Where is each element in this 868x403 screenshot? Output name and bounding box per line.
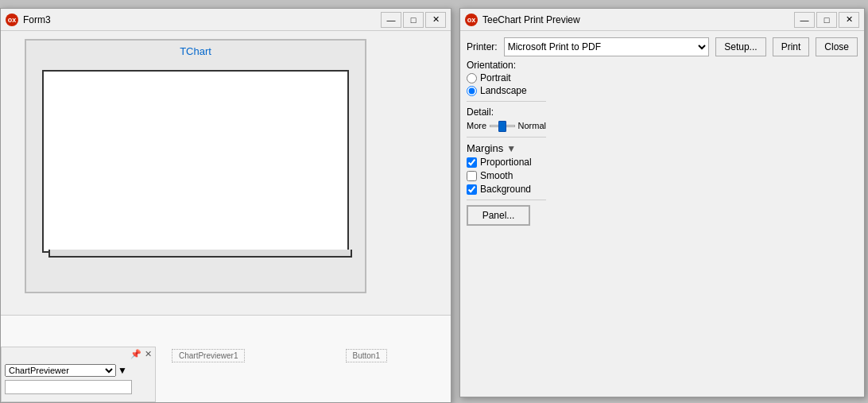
margins-expand-icon[interactable]: ▼ [506, 143, 516, 154]
orientation-section: Orientation: Portrait Landscape [467, 60, 546, 96]
detail-section: Detail: More Normal [467, 107, 546, 132]
landscape-label: Landscape [480, 85, 527, 96]
margins-title: Margins [467, 142, 503, 154]
background-row: Background [467, 184, 546, 195]
tchart-container: TChart [25, 39, 366, 293]
form3-minimize-btn[interactable]: — [381, 12, 401, 28]
form3-titlebar: ox Form3 — □ ✕ [1, 9, 451, 31]
margins-header: Margins ▼ [467, 142, 546, 154]
preview-title: TeeChart Print Preview [482, 14, 580, 25]
proportional-checkbox[interactable] [467, 157, 477, 168]
smooth-row: Smooth [467, 170, 546, 181]
preview-window: ox TeeChart Print Preview — □ ✕ Printer:… [459, 8, 865, 397]
pin-icon[interactable]: 📌 [130, 349, 141, 359]
landscape-radio[interactable] [467, 86, 477, 96]
form3-body: TChart Button1 ChartPreviewer1 Button1 📌… [1, 31, 451, 402]
detail-slider-thumb[interactable] [498, 121, 506, 132]
detail-row: More Normal [467, 119, 546, 132]
detail-slider[interactable] [490, 119, 514, 132]
left-panel-input[interactable] [5, 380, 132, 394]
form3-title: Form3 [23, 14, 51, 25]
chart-previewer-strip-label: ChartPreviewer1 [172, 349, 245, 362]
printer-label: Printer: [467, 41, 498, 52]
setup-button[interactable]: Setup... [715, 37, 765, 56]
margins-section: Margins ▼ Proportional Smooth Background [467, 142, 546, 195]
preview-body: Printer: Microsoft Print to PDF Setup...… [460, 31, 864, 397]
divider3 [467, 200, 546, 200]
titlebar-left: ox Form3 [6, 14, 51, 26]
landscape-row: Landscape [467, 85, 546, 96]
portrait-label: Portrait [480, 72, 511, 83]
proportional-label: Proportional [480, 157, 532, 168]
form3-window: ox Form3 — □ ✕ TChart Button1 ChartPrevi… [0, 8, 451, 403]
preview-content-row: Orientation: Portrait Landscape Detail: [467, 60, 858, 390]
background-label: Background [480, 184, 531, 195]
form3-titlebar-controls: — □ ✕ [381, 12, 446, 28]
printer-row: Printer: Microsoft Print to PDF Setup...… [467, 37, 858, 56]
form3-app-icon: ox [6, 14, 18, 26]
preview-maximize-btn[interactable]: □ [816, 12, 837, 28]
close-preview-button[interactable]: Close [816, 37, 858, 56]
panel-button[interactable]: Panel... [467, 205, 530, 226]
component-type-select[interactable]: ChartPreviewer [5, 364, 116, 377]
proportional-row: Proportional [467, 157, 546, 168]
preview-left-controls: Orientation: Portrait Landscape Detail: [467, 60, 546, 390]
form3-close-btn[interactable]: ✕ [425, 12, 446, 28]
preview-titlebar-controls: — □ ✕ [794, 12, 859, 28]
detail-more-label: More [467, 121, 486, 130]
tchart-title: TChart [26, 41, 365, 62]
print-button[interactable]: Print [773, 37, 810, 56]
preview-minimize-btn[interactable]: — [794, 12, 815, 28]
preview-canvas-wrapper: TChart Rectangula [552, 60, 858, 390]
detail-label: Detail: [467, 107, 546, 118]
divider1 [467, 101, 546, 102]
portrait-radio[interactable] [467, 73, 477, 83]
close-panel-icon[interactable]: ✕ [145, 349, 152, 359]
preview-titlebar-left: ox TeeChart Print Preview [465, 14, 580, 26]
detail-normal-label: Normal [518, 121, 546, 130]
portrait-row: Portrait [467, 72, 546, 83]
smooth-checkbox[interactable] [467, 171, 477, 181]
detail-slider-track [490, 125, 514, 127]
tchart-inner [42, 70, 349, 253]
left-panel: 📌 ✕ ChartPreviewer ▼ [1, 347, 156, 402]
left-panel-dropdown-row: ChartPreviewer ▼ [5, 364, 152, 377]
form3-maximize-btn[interactable]: □ [403, 12, 424, 28]
dropdown-arrow-icon: ▼ [118, 365, 127, 376]
preview-close-btn[interactable]: ✕ [839, 12, 859, 28]
orientation-label: Orientation: [467, 60, 546, 71]
preview-titlebar: ox TeeChart Print Preview — □ ✕ [460, 9, 864, 31]
smooth-label: Smooth [480, 170, 513, 181]
left-panel-header: 📌 ✕ [2, 347, 155, 361]
printer-select[interactable]: Microsoft Print to PDF [504, 37, 710, 56]
preview-app-icon: ox [465, 14, 478, 26]
divider2 [467, 137, 546, 138]
button1-strip-label: Button1 [346, 349, 387, 362]
background-checkbox[interactable] [467, 184, 477, 195]
